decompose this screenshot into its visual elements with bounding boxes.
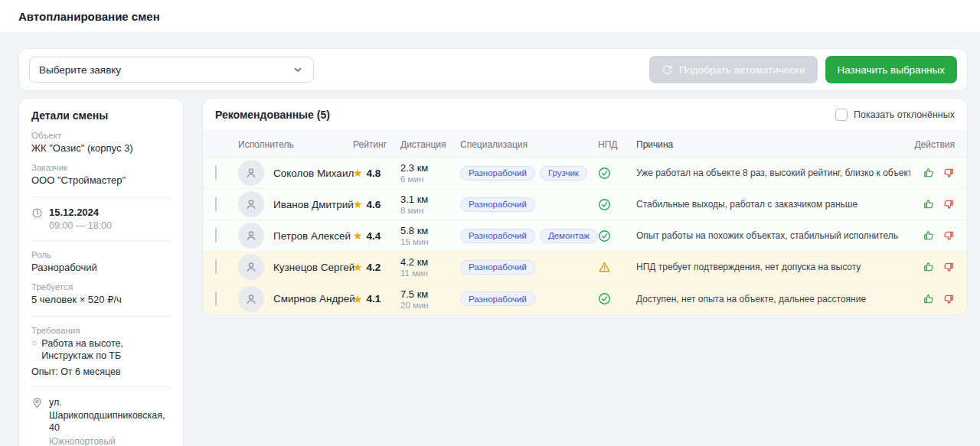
table-row[interactable]: Петров Алексей ★4.4 5.8 км15 мин Разнора… bbox=[203, 220, 967, 252]
rating-value: 4.2 bbox=[367, 262, 381, 273]
npd-ok-icon bbox=[598, 167, 636, 180]
thumbs-down-icon[interactable] bbox=[942, 293, 955, 305]
avatar bbox=[238, 254, 264, 280]
recommended-title: Рекомендованные (5) bbox=[215, 109, 330, 121]
worker-name: Смирнов Андрей bbox=[273, 293, 355, 304]
travel-time: 6 мин bbox=[400, 174, 460, 184]
row-checkbox[interactable] bbox=[215, 197, 217, 211]
thumbs-up-icon[interactable] bbox=[923, 293, 935, 305]
request-select-value: Выберите заявку bbox=[39, 64, 121, 76]
thumbs-up-icon[interactable] bbox=[923, 230, 935, 242]
column-reason: Причина bbox=[636, 139, 910, 150]
reason-text: НПД требует подтверждения, нет допуска н… bbox=[636, 262, 910, 272]
object-field: Объект ЖК "Оазис" (корпус 3) bbox=[31, 131, 171, 155]
page-title: Автопланирование смен bbox=[18, 10, 160, 23]
table-row[interactable]: Кузнецов Сергей ★4.2 4.2 км11 мин Разнор… bbox=[203, 252, 967, 283]
rating-value: 4.8 bbox=[367, 168, 381, 179]
divider bbox=[31, 316, 171, 317]
npd-warning-icon bbox=[598, 261, 636, 274]
row-checkbox[interactable] bbox=[215, 259, 217, 274]
role-field: Роль Разнорабочий bbox=[31, 250, 171, 275]
worker-name: Соколов Михаил bbox=[273, 168, 354, 179]
npd-ok-icon bbox=[598, 230, 636, 243]
datetime-block: 15.12.2024 09:00 — 18:00 bbox=[31, 207, 171, 231]
reason-text: Уже работал на объекте 8 раз, высокий ре… bbox=[636, 168, 910, 178]
row-checkbox[interactable] bbox=[215, 228, 217, 243]
specialization-badge: Разнорабочий bbox=[460, 229, 535, 243]
district-text: Южнопортовый bbox=[49, 436, 171, 446]
table-row[interactable]: Соколов Михаил ★4.8 2.3 км6 мин Разнораб… bbox=[203, 158, 967, 189]
column-executor: Исполнитель bbox=[238, 139, 353, 150]
row-checkbox[interactable] bbox=[215, 291, 217, 306]
star-icon: ★ bbox=[353, 230, 363, 242]
column-npd: НПД bbox=[598, 139, 636, 150]
clock-icon bbox=[31, 207, 43, 219]
worker-name: Кузнецов Сергей bbox=[273, 262, 354, 273]
distance-value: 5.8 км bbox=[400, 225, 460, 236]
avatar bbox=[238, 160, 264, 186]
rating-value: 4.4 bbox=[367, 230, 381, 242]
thumbs-down-icon[interactable] bbox=[942, 198, 955, 210]
table-row[interactable]: Иванов Дмитрий ★4.6 3.1 км8 мин Разнораб… bbox=[203, 189, 967, 220]
show-rejected-checkbox[interactable] bbox=[835, 109, 848, 121]
reason-text: Доступен, нет опыта на объекте, дальнее … bbox=[636, 294, 910, 304]
npd-ok-icon bbox=[598, 198, 636, 211]
shift-details-card: Детали смены Объект ЖК "Оазис" (корпус 3… bbox=[18, 98, 184, 446]
travel-time: 8 мин bbox=[400, 206, 460, 215]
request-select[interactable]: Выберите заявку bbox=[29, 57, 314, 83]
shift-details-title: Детали смены bbox=[31, 109, 171, 122]
worker-name: Иванов Дмитрий bbox=[273, 199, 354, 210]
avatar bbox=[238, 191, 264, 217]
travel-time: 11 мин bbox=[400, 269, 460, 278]
specialization-badge: Разнорабочий bbox=[460, 260, 535, 275]
row-checkbox[interactable] bbox=[215, 165, 217, 180]
chevron-down-icon bbox=[292, 63, 304, 76]
column-specialization: Специализация bbox=[460, 139, 598, 150]
avatar bbox=[238, 286, 264, 312]
experience-text: Опыт: От 6 месяцев bbox=[31, 366, 171, 377]
specialization-badge: Демонтаж bbox=[540, 229, 598, 243]
thumbs-up-icon[interactable] bbox=[923, 198, 935, 210]
assign-selected-button[interactable]: Назначить выбранных bbox=[825, 56, 958, 83]
location-pin-icon bbox=[31, 397, 43, 409]
top-bar: Автопланирование смен bbox=[0, 0, 980, 34]
required-field: Требуется 5 человек × 520 ₽/ч bbox=[31, 282, 171, 307]
specialization-badge: Разнорабочий bbox=[460, 197, 535, 212]
reason-text: Опыт работы на похожих объектах, стабиль… bbox=[636, 230, 910, 241]
star-icon: ★ bbox=[353, 293, 363, 305]
divider bbox=[31, 197, 171, 197]
travel-time: 20 мин bbox=[400, 301, 460, 310]
distance-value: 4.2 км bbox=[400, 256, 460, 268]
auto-select-button[interactable]: Подобрать автоматически bbox=[649, 56, 818, 83]
thumbs-down-icon[interactable] bbox=[942, 230, 955, 242]
column-actions: Действия bbox=[910, 139, 955, 150]
distance-value: 2.3 км bbox=[400, 162, 460, 174]
show-rejected-toggle[interactable]: Показать отклонённых bbox=[835, 109, 955, 121]
column-distance: Дистанция bbox=[400, 139, 460, 150]
travel-time: 15 мин bbox=[400, 237, 460, 246]
specialization-badge: Грузчик bbox=[540, 166, 587, 181]
rating-value: 4.1 bbox=[367, 293, 381, 304]
circle-icon: ○ bbox=[31, 337, 37, 350]
thumbs-up-icon[interactable] bbox=[923, 261, 935, 273]
thumbs-down-icon[interactable] bbox=[942, 261, 955, 273]
thumbs-up-icon[interactable] bbox=[923, 167, 935, 179]
recommended-panel: Рекомендованные (5) Показать отклонённых… bbox=[202, 98, 968, 315]
worker-name: Петров Алексей bbox=[273, 230, 351, 242]
refresh-icon bbox=[662, 64, 673, 76]
thumbs-down-icon[interactable] bbox=[942, 167, 955, 179]
address-text: ул. Шарикоподшипниковская, 40 bbox=[49, 396, 171, 434]
star-icon: ★ bbox=[353, 198, 363, 210]
column-rating: Рейтинг bbox=[353, 139, 400, 150]
table-row[interactable]: Смирнов Андрей ★4.1 7.5 км20 мин Разнора… bbox=[203, 283, 967, 314]
rating-value: 4.6 bbox=[367, 199, 381, 210]
specialization-badge: Разнорабочий bbox=[460, 291, 535, 306]
reason-text: Стабильные выходы, работал с заказчиком … bbox=[636, 199, 910, 210]
sidebar: Детали смены Объект ЖК "Оазис" (корпус 3… bbox=[18, 98, 184, 446]
table-header-row: Исполнитель Рейтинг Дистанция Специализа… bbox=[203, 132, 967, 158]
star-icon: ★ bbox=[353, 261, 363, 273]
customer-field: Заказчик ООО "Строймастер" bbox=[31, 163, 171, 187]
distance-value: 3.1 км bbox=[400, 194, 460, 205]
specialization-badge: Разнорабочий bbox=[460, 166, 535, 181]
shift-date: 15.12.2024 bbox=[49, 207, 112, 218]
